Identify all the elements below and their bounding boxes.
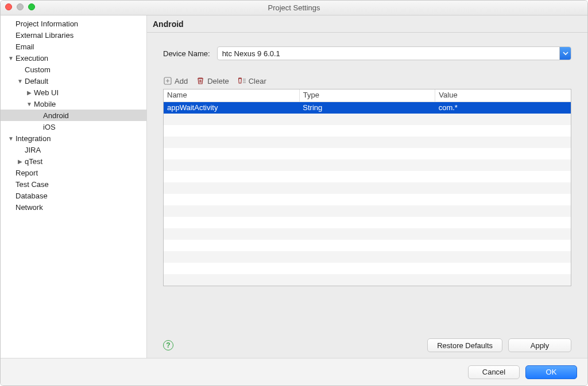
sidebar-item-jira[interactable]: JIRA xyxy=(1,144,146,155)
sidebar-item-external-libraries[interactable]: External Libraries xyxy=(1,29,146,41)
titlebar: Project Settings xyxy=(1,1,587,15)
sidebar-item-default[interactable]: ▼Default xyxy=(1,75,146,87)
sidebar-item-label: Database xyxy=(16,192,48,200)
sidebar-item-label: Integration xyxy=(16,134,51,143)
delete-button[interactable]: Delete xyxy=(196,76,229,85)
plus-icon xyxy=(163,76,172,85)
delete-label: Delete xyxy=(207,77,229,85)
device-name-label: Device Name: xyxy=(163,49,210,58)
cell-type: String xyxy=(299,102,435,114)
sidebar-item-integration[interactable]: ▼Integration xyxy=(1,132,146,144)
sidebar-item-project-information[interactable]: Project Information xyxy=(1,18,146,29)
content-split: Project InformationExternal LibrariesEma… xyxy=(1,15,587,358)
settings-tree[interactable]: Project InformationExternal LibrariesEma… xyxy=(1,18,146,213)
sidebar-item-label: External Libraries xyxy=(16,31,74,40)
table-row[interactable] xyxy=(164,205,571,217)
add-label: Add xyxy=(175,77,188,85)
sidebar-item-label: qTest xyxy=(25,157,42,166)
dialog-footer: Cancel OK xyxy=(1,358,587,385)
sidebar-item-ios[interactable]: iOS xyxy=(1,121,146,132)
table-row[interactable] xyxy=(164,182,571,194)
page-body: Device Name: htc Nexus 9 6.0.1 Add xyxy=(147,33,587,358)
sidebar-item-label: Project Information xyxy=(16,20,78,28)
window-controls xyxy=(5,3,35,10)
sidebar-item-database[interactable]: Database xyxy=(1,190,146,201)
table-row[interactable] xyxy=(164,274,571,286)
device-name-row: Device Name: htc Nexus 9 6.0.1 xyxy=(163,46,571,60)
restore-defaults-button[interactable]: Restore Defaults xyxy=(427,338,502,352)
chevron-down-icon[interactable]: ▼ xyxy=(7,55,14,61)
cell-value: com.* xyxy=(435,102,571,114)
minimize-window-icon[interactable] xyxy=(17,3,24,10)
apply-button[interactable]: Apply xyxy=(508,338,571,352)
chevron-down-icon[interactable]: ▼ xyxy=(7,135,14,142)
add-button[interactable]: Add xyxy=(163,76,188,85)
clear-label: Clear xyxy=(249,77,266,85)
page-title: Android xyxy=(147,15,587,33)
sidebar-item-label: Test Case xyxy=(16,180,49,189)
sidebar-item-label: Web UI xyxy=(34,88,59,97)
table-row[interactable] xyxy=(164,148,571,159)
device-name-value: htc Nexus 9 6.0.1 xyxy=(218,49,559,58)
clear-button[interactable]: Clear xyxy=(237,76,266,85)
sidebar-item-label: Default xyxy=(25,77,48,85)
sidebar-item-label: Email xyxy=(16,42,34,51)
chevron-right-icon[interactable]: ▶ xyxy=(17,158,24,165)
trash-list-icon xyxy=(237,76,246,85)
table-row[interactable] xyxy=(164,125,571,137)
table-row[interactable] xyxy=(164,171,571,182)
table-row[interactable] xyxy=(164,159,571,171)
page-actions: ? Restore Defaults Apply xyxy=(163,330,571,352)
table-row[interactable] xyxy=(164,263,571,274)
help-icon[interactable]: ? xyxy=(163,340,173,350)
window-title: Project Settings xyxy=(1,3,587,12)
sidebar-item-report[interactable]: Report xyxy=(1,167,146,178)
chevron-down-icon[interactable]: ▼ xyxy=(26,101,33,107)
table-row[interactable] xyxy=(164,228,571,240)
col-type[interactable]: Type xyxy=(300,89,436,102)
sidebar-item-test-case[interactable]: Test Case xyxy=(1,178,146,190)
cancel-button[interactable]: Cancel xyxy=(468,365,520,379)
settings-main: Android Device Name: htc Nexus 9 6.0.1 xyxy=(147,15,587,358)
table-header: Name Type Value xyxy=(164,89,571,102)
sidebar-item-execution[interactable]: ▼Execution xyxy=(1,52,146,64)
sidebar-item-network[interactable]: Network xyxy=(1,201,146,213)
chevron-down-icon[interactable] xyxy=(559,47,571,60)
cell-name: appWaitActivity xyxy=(164,102,299,114)
sidebar-item-android[interactable]: Android xyxy=(1,110,146,121)
table-row[interactable] xyxy=(164,251,571,263)
sidebar-item-label: Custom xyxy=(25,65,51,74)
trash-icon xyxy=(196,76,205,85)
table-body[interactable]: appWaitActivityStringcom.* xyxy=(164,102,571,286)
table-row[interactable] xyxy=(164,217,571,228)
close-window-icon[interactable] xyxy=(5,3,12,10)
sidebar-item-label: Report xyxy=(16,169,38,177)
col-value[interactable]: Value xyxy=(435,89,571,102)
table-row[interactable] xyxy=(164,137,571,148)
col-name[interactable]: Name xyxy=(164,89,300,102)
sidebar-item-label: Execution xyxy=(16,54,48,63)
sidebar-item-label: JIRA xyxy=(25,146,41,154)
chevron-right-icon[interactable]: ▶ xyxy=(26,89,33,96)
chevron-down-icon[interactable]: ▼ xyxy=(17,78,24,84)
sidebar-item-label: Android xyxy=(43,111,69,120)
sidebar-item-label: Network xyxy=(16,203,43,212)
sidebar-item-label: iOS xyxy=(43,123,56,131)
table-toolbar: Add Delete Clear xyxy=(163,76,571,85)
sidebar-item-custom[interactable]: Custom xyxy=(1,64,146,75)
table-row[interactable]: appWaitActivityStringcom.* xyxy=(164,102,571,114)
capabilities-table: Name Type Value appWaitActivityStringcom… xyxy=(163,89,571,286)
sidebar-item-qtest[interactable]: ▶qTest xyxy=(1,155,146,167)
sidebar-item-email[interactable]: Email xyxy=(1,41,146,52)
ok-button[interactable]: OK xyxy=(525,365,577,379)
project-settings-window: Project Settings Project InformationExte… xyxy=(0,0,588,386)
zoom-window-icon[interactable] xyxy=(28,3,35,10)
sidebar-item-web-ui[interactable]: ▶Web UI xyxy=(1,87,146,98)
table-row[interactable] xyxy=(164,114,571,125)
device-name-combo[interactable]: htc Nexus 9 6.0.1 xyxy=(217,46,571,60)
settings-sidebar: Project InformationExternal LibrariesEma… xyxy=(1,15,147,358)
table-row[interactable] xyxy=(164,194,571,205)
table-row[interactable] xyxy=(164,240,571,251)
sidebar-item-label: Mobile xyxy=(34,100,56,108)
sidebar-item-mobile[interactable]: ▼Mobile xyxy=(1,98,146,110)
